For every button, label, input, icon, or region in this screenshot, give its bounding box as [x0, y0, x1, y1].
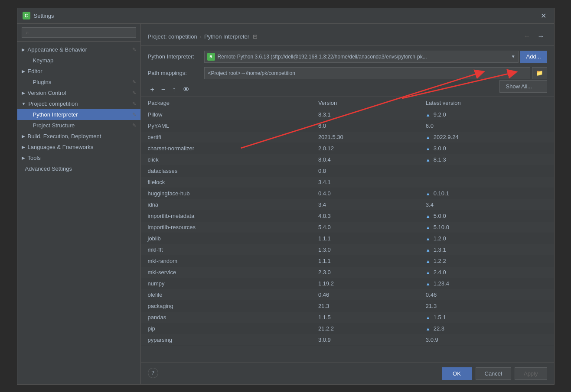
package-latest: ▲ 3.0.0: [419, 143, 554, 154]
path-folder-button[interactable]: 📁: [532, 67, 547, 79]
package-version: 8.3.1: [311, 109, 419, 120]
table-row[interactable]: filelock3.4.1: [141, 176, 554, 188]
package-version: 8.0.4: [311, 154, 419, 165]
sidebar-item-version-control[interactable]: ▶ Version Control ✎: [17, 87, 140, 98]
package-latest: ▲ 1.23.4: [419, 278, 554, 289]
table-row[interactable]: mkl-random1.1.1▲ 1.2.2: [141, 255, 554, 266]
edit-icon: ✎: [132, 123, 136, 128]
breadcrumb-current: Python Interpreter: [204, 33, 249, 40]
package-name: mkl-fft: [141, 244, 311, 255]
bottom-bar: OK Cancel Apply: [141, 363, 554, 384]
package-version: 2021.5.30: [311, 131, 419, 143]
table-row[interactable]: huggingface-hub0.4.0▲ 0.10.1: [141, 188, 554, 199]
add-package-button[interactable]: +: [148, 85, 157, 94]
expand-arrow: ▶: [22, 69, 25, 74]
table-row[interactable]: charset-normalizer2.0.12▲ 3.0.0: [141, 143, 554, 154]
add-dropdown-menu: Show All...: [499, 80, 547, 93]
sidebar-item-editor[interactable]: ▶ Editor: [17, 66, 140, 77]
sidebar-item-languages-frameworks[interactable]: ▶ Languages & Frameworks: [17, 142, 140, 152]
sidebar-item-label: Build, Execution, Deployment: [28, 133, 101, 139]
sidebar-item-tools[interactable]: ▶ Tools: [17, 152, 140, 163]
table-row[interactable]: importlib-metadata4.8.3▲ 5.0.0: [141, 210, 554, 221]
table-row[interactable]: dataclasses0.8: [141, 165, 554, 176]
sidebar-item-appearance[interactable]: ▶ Appearance & Behavior ✎: [17, 44, 140, 55]
col-package: Package: [141, 97, 311, 109]
table-row[interactable]: importlib-resources5.4.0▲ 5.10.0: [141, 221, 554, 233]
package-latest: 21.3: [419, 300, 554, 311]
sidebar-item-label: Appearance & Behavior: [28, 46, 87, 53]
nav-forward-button[interactable]: →: [535, 32, 547, 41]
sidebar-item-keymap[interactable]: Keymap: [17, 55, 140, 66]
package-name: Pillow: [141, 109, 311, 120]
package-name: click: [141, 154, 311, 165]
package-version: 6.0: [311, 120, 419, 131]
package-name: PyYAML: [141, 120, 311, 131]
add-interpreter-button[interactable]: Add...: [520, 51, 547, 63]
up-package-button[interactable]: ↑: [170, 85, 178, 94]
path-mappings-row: Path mappings: <Project root>→/home/pk/c…: [148, 67, 547, 79]
table-row[interactable]: certifi2021.5.30▲ 2022.9.24: [141, 131, 554, 143]
sidebar-item-label: Languages & Frameworks: [28, 144, 94, 150]
remove-package-button[interactable]: −: [159, 85, 168, 94]
table-row[interactable]: Pillow8.3.1▲ 9.2.0: [141, 109, 554, 120]
sidebar-item-label: Version Control: [28, 90, 66, 96]
table-row[interactable]: PyYAML6.06.0: [141, 120, 554, 131]
package-name: pandas: [141, 311, 311, 323]
nav-back-button[interactable]: ←: [521, 32, 533, 41]
package-name: pip: [141, 323, 311, 334]
breadcrumb: Project: competition › Python Interprete…: [148, 33, 521, 40]
package-name: dataclasses: [141, 165, 311, 176]
table-row[interactable]: packaging21.321.3: [141, 300, 554, 311]
sidebar-item-label: Plugins: [33, 79, 52, 85]
package-version: 2.0.12: [311, 143, 419, 154]
main-panel: Project: competition › Python Interprete…: [141, 24, 554, 384]
table-row[interactable]: numpy1.19.2▲ 1.23.4: [141, 278, 554, 289]
sidebar-item-plugins[interactable]: Plugins ✎: [17, 77, 140, 87]
sidebar-item-label: Keymap: [33, 57, 54, 64]
package-latest: 3.0.9: [419, 334, 554, 345]
package-version: 5.4.0: [311, 221, 419, 233]
settings-dialog: C Settings ✕ ▶ Appearance & Behavior ✎ K…: [17, 8, 555, 385]
sidebar-item-project-competition[interactable]: ▼ Project: competition ✎: [17, 98, 140, 109]
table-row[interactable]: click8.0.4▲ 8.1.3: [141, 154, 554, 165]
search-input[interactable]: [22, 27, 136, 38]
add-dropdown-item[interactable]: Show All...: [500, 81, 547, 92]
close-button[interactable]: ✕: [538, 11, 549, 21]
content-area: ▶ Appearance & Behavior ✎ Keymap ▶ Edito…: [17, 24, 554, 384]
table-row[interactable]: pyparsing3.0.93.0.9: [141, 334, 554, 345]
table-row[interactable]: olefile0.460.46: [141, 289, 554, 300]
table-row[interactable]: pip21.2.2▲ 22.3: [141, 323, 554, 334]
package-version: 1.1.1: [311, 255, 419, 266]
package-name: importlib-resources: [141, 221, 311, 233]
eye-button[interactable]: 👁: [180, 85, 192, 94]
package-latest: ▲ 2022.9.24: [419, 131, 554, 143]
package-version: 21.2.2: [311, 323, 419, 334]
package-name: huggingface-hub: [141, 188, 311, 199]
sidebar-item-build-execution[interactable]: ▶ Build, Execution, Deployment: [17, 131, 140, 142]
table-row[interactable]: idna3.43.4: [141, 199, 554, 210]
help-button[interactable]: ?: [148, 368, 158, 378]
sidebar-item-label: Python Interpreter: [33, 111, 78, 118]
path-mappings-value: <Project root>→/home/pk/competition: [204, 67, 530, 79]
table-row[interactable]: pandas1.1.5▲ 1.5.1: [141, 311, 554, 323]
table-row[interactable]: mkl-fft1.3.0▲ 1.3.1: [141, 244, 554, 255]
table-row[interactable]: joblib1.1.1▲ 1.2.0: [141, 233, 554, 244]
sidebar-item-project-structure[interactable]: Project Structure ✎: [17, 120, 140, 131]
panel-header: Project: competition › Python Interprete…: [141, 24, 554, 45]
sidebar-item-label: Project: competition: [28, 100, 78, 107]
interpreter-select[interactable]: R Remote Python 3.6.13 (sftp://dell@192.…: [204, 51, 519, 63]
sidebar: ▶ Appearance & Behavior ✎ Keymap ▶ Edito…: [17, 24, 141, 384]
nav-buttons: ← →: [521, 32, 547, 41]
ok-button[interactable]: OK: [442, 367, 472, 380]
search-bar: [17, 24, 140, 42]
expand-arrow: ▶: [22, 91, 25, 95]
sidebar-item-python-interpreter[interactable]: Python Interpreter ✎: [17, 109, 140, 120]
expand-arrow: ▶: [22, 156, 25, 160]
breadcrumb-separator: ›: [200, 33, 202, 40]
table-row[interactable]: mkl-service2.3.0▲ 2.4.0: [141, 266, 554, 278]
cancel-button[interactable]: Cancel: [476, 367, 511, 380]
package-version: 3.0.9: [311, 334, 419, 345]
package-latest: ▲ 1.2.2: [419, 255, 554, 266]
package-version: 3.4.1: [311, 176, 419, 188]
sidebar-item-advanced-settings[interactable]: Advanced Settings: [17, 163, 140, 174]
